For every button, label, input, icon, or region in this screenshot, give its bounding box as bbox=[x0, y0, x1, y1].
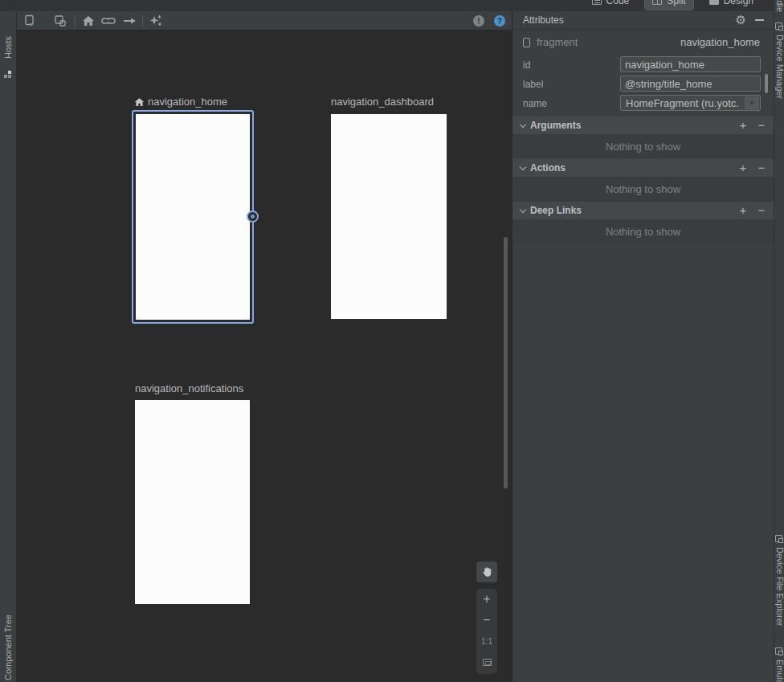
remove-action-button[interactable]: − bbox=[755, 160, 768, 176]
device-file-explorer-icon[interactable] bbox=[775, 535, 782, 542]
zoom-fit-icon bbox=[483, 659, 492, 666]
field-label-id: id bbox=[523, 59, 530, 71]
gear-icon[interactable]: ⚙ bbox=[736, 13, 746, 27]
plus-icon: + bbox=[483, 592, 490, 606]
remove-deep-link-button[interactable]: − bbox=[755, 202, 768, 218]
auto-arrange-button[interactable] bbox=[147, 14, 165, 28]
zoom-controls: + − 1:1 bbox=[476, 589, 497, 674]
fragment-label: navigation_dashboard bbox=[331, 96, 434, 108]
zoom-out-button[interactable]: − bbox=[476, 610, 497, 631]
fragment-home-card[interactable] bbox=[132, 110, 254, 324]
home-icon bbox=[82, 15, 95, 27]
fragment-dashboard-card[interactable] bbox=[331, 114, 447, 319]
sidebar-tab-gradle[interactable]: Gradle bbox=[775, 0, 784, 12]
fragment-notifications-label-row[interactable]: navigation_notifications bbox=[135, 382, 243, 394]
arguments-empty-text: Nothing to show bbox=[512, 134, 774, 159]
name-dropdown[interactable]: HomeFragment (ru.yotc. ▼ bbox=[620, 95, 761, 111]
section-title: Arguments bbox=[530, 120, 581, 131]
link-icon bbox=[101, 16, 116, 26]
action-button[interactable] bbox=[120, 14, 138, 28]
assign-start-destination-button[interactable] bbox=[80, 14, 97, 28]
fragment-label: navigation_notifications bbox=[135, 382, 243, 394]
navigation-graph-canvas[interactable]: navigation_home navigation_dashboard nav… bbox=[17, 31, 512, 682]
field-label-label: label bbox=[523, 79, 543, 90]
start-destination-home-icon bbox=[134, 97, 145, 107]
chevron-down-icon: ▼ bbox=[745, 96, 759, 109]
fragment-label: navigation_home bbox=[148, 96, 227, 108]
zoom-to-fit-button[interactable] bbox=[476, 651, 497, 672]
id-field[interactable] bbox=[620, 56, 761, 72]
new-destination-button[interactable] bbox=[21, 14, 39, 28]
component-id: navigation_home bbox=[680, 36, 760, 48]
sidebar-tab-device-manager[interactable]: Device Manager bbox=[775, 35, 784, 99]
component-type: fragment bbox=[537, 36, 578, 48]
add-argument-button[interactable]: + bbox=[737, 117, 749, 133]
name-dropdown-value: HomeFragment (ru.yotc. bbox=[626, 97, 744, 109]
tab-code-label: Code bbox=[606, 0, 630, 6]
chevron-down-icon bbox=[520, 206, 526, 213]
attributes-scrollbar[interactable] bbox=[765, 74, 768, 93]
field-label-name: name bbox=[523, 98, 547, 109]
arrow-icon bbox=[123, 17, 137, 25]
add-deep-link-button[interactable]: + bbox=[737, 202, 749, 218]
chevron-down-icon bbox=[520, 164, 526, 170]
sidebar-tab-component-tree[interactable]: Component Tree bbox=[3, 615, 13, 680]
add-action-button[interactable]: + bbox=[737, 160, 749, 176]
warning-indicator[interactable]: ! bbox=[473, 15, 484, 27]
split-icon bbox=[652, 0, 662, 5]
emulator-icon[interactable] bbox=[775, 647, 782, 655]
attributes-header: Attributes ⚙ bbox=[512, 11, 774, 30]
hide-panel-icon[interactable] bbox=[755, 19, 764, 21]
section-deep-links-header[interactable]: Deep Links + − bbox=[512, 202, 774, 219]
help-button[interactable]: ? bbox=[494, 15, 505, 27]
actions-empty-text: Nothing to show bbox=[512, 177, 774, 202]
pan-button[interactable] bbox=[476, 562, 497, 582]
attributes-panel: Attributes ⚙ fragment navigation_home id… bbox=[512, 11, 774, 682]
navigation-editor-toolbar: ! ? bbox=[17, 11, 512, 31]
tab-design[interactable]: Design bbox=[702, 0, 761, 10]
minus-icon: − bbox=[483, 613, 490, 627]
right-tool-stripe: Gradle Device Manager Device File Explor… bbox=[774, 0, 784, 682]
tab-design-label: Design bbox=[724, 0, 753, 6]
hosts-icon[interactable] bbox=[4, 71, 11, 78]
left-tool-stripe: Hosts Component Tree bbox=[0, 11, 16, 682]
auto-arrange-icon bbox=[149, 14, 163, 27]
deep-link-button[interactable] bbox=[100, 14, 117, 28]
tab-split-label: Split bbox=[667, 0, 685, 6]
fragment-home-label-row[interactable]: navigation_home bbox=[134, 96, 227, 108]
nested-graph-button[interactable] bbox=[51, 14, 69, 28]
canvas-vertical-scrollbar[interactable] bbox=[504, 237, 508, 488]
editor-mode-bar: Code Split Design bbox=[0, 0, 774, 11]
device-manager-icon[interactable] bbox=[775, 22, 782, 30]
zoom-actual-size-button[interactable]: 1:1 bbox=[476, 631, 497, 651]
fragment-home-preview bbox=[136, 114, 250, 320]
design-icon bbox=[709, 0, 719, 5]
hand-icon bbox=[481, 566, 493, 578]
section-arguments-header[interactable]: Arguments + − bbox=[512, 116, 774, 134]
fragment-icon bbox=[523, 38, 530, 47]
tab-code[interactable]: Code bbox=[585, 0, 637, 10]
section-title: Actions bbox=[530, 162, 566, 174]
action-connection-handle[interactable] bbox=[247, 210, 259, 223]
nested-graph-icon bbox=[54, 14, 67, 27]
section-title: Deep Links bbox=[530, 205, 582, 216]
toolbar-separator bbox=[75, 15, 76, 27]
fragment-dashboard-label-row[interactable]: navigation_dashboard bbox=[331, 96, 434, 108]
remove-argument-button[interactable]: − bbox=[755, 117, 768, 133]
section-actions-header[interactable]: Actions + − bbox=[512, 159, 774, 177]
label-field[interactable] bbox=[620, 76, 761, 92]
zoom-actual-size-label: 1:1 bbox=[481, 637, 492, 646]
zoom-in-button[interactable]: + bbox=[476, 589, 497, 610]
deep-links-empty-text: Nothing to show bbox=[512, 219, 774, 244]
android-studio-navigation-editor: { "colors": { "topbar_bg": "#313335", "p… bbox=[0, 0, 784, 682]
fragment-notifications-card[interactable] bbox=[135, 400, 250, 604]
chevron-down-icon bbox=[520, 121, 526, 128]
sidebar-tab-hosts[interactable]: Hosts bbox=[3, 36, 13, 59]
help-icon: ? bbox=[497, 17, 502, 26]
warning-icon: ! bbox=[477, 17, 480, 26]
sidebar-tab-device-file-explorer[interactable]: Device File Explorer bbox=[775, 547, 784, 626]
toolbar-separator bbox=[142, 15, 143, 27]
tab-split[interactable]: Split bbox=[644, 0, 693, 10]
sidebar-tab-emulator[interactable]: Emulator bbox=[775, 660, 784, 682]
new-destination-icon bbox=[23, 14, 36, 27]
